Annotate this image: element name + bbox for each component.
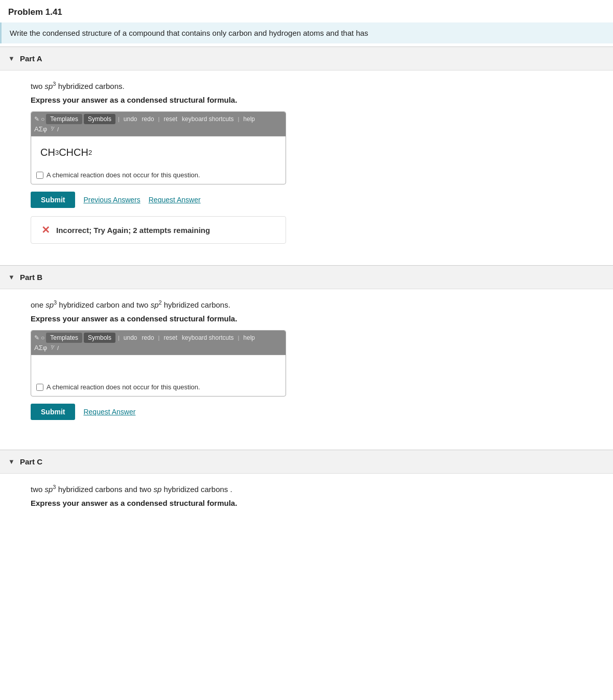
greek-symbols-a: ΑΣφ xyxy=(34,125,47,133)
part-a-instruction: Express your answer as a condensed struc… xyxy=(31,96,582,104)
part-c-desc-post: hybridized carbons . xyxy=(161,485,232,494)
pencil-icon-b: ✎ xyxy=(34,334,39,341)
part-a-arrow: ▼ xyxy=(8,55,15,62)
part-a-previous-answers-btn[interactable]: Previous Answers xyxy=(83,196,140,204)
part-b-no-reaction: A chemical reaction does not occur for t… xyxy=(31,380,286,396)
part-c-section: ▼ Part C two sp3 hybridized carbons and … xyxy=(0,450,613,530)
symbols-btn-a[interactable]: Symbols xyxy=(84,114,115,124)
part-a-no-reaction-label: A chemical reaction does not occur for t… xyxy=(46,171,200,179)
part-a-desc-pre: two xyxy=(31,82,45,90)
sep2-a: | xyxy=(157,116,161,122)
help-btn-a[interactable]: help xyxy=(242,114,256,124)
part-c-sp2: sp xyxy=(153,485,161,494)
reset-btn-a[interactable]: reset xyxy=(162,114,179,124)
part-c-label: Part C xyxy=(20,457,42,466)
sep3-b: | xyxy=(237,335,241,341)
part-c-description: two sp3 hybridized carbons and two sp hy… xyxy=(31,484,582,494)
part-b-sp: sp xyxy=(45,300,54,309)
part-b-no-reaction-label: A chemical reaction does not occur for t… xyxy=(46,383,200,391)
templates-btn-b[interactable]: Templates xyxy=(46,333,82,343)
part-c-instruction: Express your answer as a condensed struc… xyxy=(31,499,582,507)
part-b-desc-pre: one xyxy=(31,300,45,309)
slash-b: / xyxy=(57,345,59,351)
part-c-sp: sp xyxy=(45,485,53,494)
x-icon-a: ✕ xyxy=(41,224,50,236)
page-wrapper: Problem 1.41 Write the condensed structu… xyxy=(0,0,613,530)
part-b-text-input[interactable] xyxy=(35,358,281,377)
redo-btn-b[interactable]: redo xyxy=(140,333,156,342)
part-c-arrow: ▼ xyxy=(8,458,15,465)
part-b-desc-post: hybridized carbons. xyxy=(162,300,230,309)
part-b-header[interactable]: ▼ Part B xyxy=(0,266,613,289)
sep1-b: | xyxy=(117,335,121,341)
part-b-input-area[interactable] xyxy=(31,355,286,380)
part-a-body: two sp3 hybridized carbons. Express your… xyxy=(0,70,613,259)
sep2-b: | xyxy=(157,335,161,341)
part-b-description: one sp3 hybridized carbon and two sp2 hy… xyxy=(31,299,582,309)
part-a-action-row: Submit Previous Answers Request Answer xyxy=(31,192,582,208)
part-b-no-reaction-checkbox[interactable] xyxy=(36,384,43,391)
part-b-section: ▼ Part B one sp3 hybridized carbon and t… xyxy=(0,265,613,444)
symbols-label-a: Symbols xyxy=(88,115,111,123)
undo-btn-b[interactable]: undo xyxy=(122,333,139,342)
part-a-no-reaction: A chemical reaction does not occur for t… xyxy=(31,168,286,184)
part-a-no-reaction-checkbox[interactable] xyxy=(36,172,43,179)
part-b-submit-btn[interactable]: Submit xyxy=(31,404,75,420)
part-b-action-row: Submit Request Answer xyxy=(31,404,582,420)
greek-symbols-b: ΑΣφ xyxy=(34,344,47,352)
part-a-toolbar: ✎ ○ Templates Symbols | undo redo | rese… xyxy=(31,112,286,136)
part-b-arrow: ▼ xyxy=(8,273,15,281)
part-c-header[interactable]: ▼ Part C xyxy=(0,450,613,473)
part-a-toolbar-row2: ΑΣφ ⁷⁄ / xyxy=(34,125,282,133)
part-a-request-answer-btn[interactable]: Request Answer xyxy=(149,196,201,204)
part-b-body: one sp3 hybridized carbon and two sp2 hy… xyxy=(0,289,613,444)
part-a-desc-post: hybridized carbons. xyxy=(56,82,124,90)
part-a-formula-display: CH3 CHCH2 xyxy=(35,139,281,165)
part-a-toolbar-row1: ✎ ○ Templates Symbols | undo redo | rese… xyxy=(34,114,282,124)
fraction-a: ⁷⁄ xyxy=(51,126,54,132)
part-b-instruction: Express your answer as a condensed struc… xyxy=(31,314,582,323)
part-b-label: Part B xyxy=(20,273,42,282)
part-b-request-answer-btn[interactable]: Request Answer xyxy=(83,408,135,416)
keyboard-btn-a[interactable]: keyboard shortcuts xyxy=(180,114,235,124)
part-a-header[interactable]: ▼ Part A xyxy=(0,47,613,70)
pencil-icon-a: ✎ xyxy=(34,115,39,123)
part-a-label: Part A xyxy=(20,54,42,63)
symbols-btn-b[interactable]: Symbols xyxy=(84,333,115,343)
part-a-section: ▼ Part A two sp3 hybridized carbons. Exp… xyxy=(0,46,613,259)
slash-a: / xyxy=(57,126,59,132)
part-a-description: two sp3 hybridized carbons. xyxy=(31,81,582,90)
fraction-b: ⁷⁄ xyxy=(51,344,54,351)
undo-btn-a[interactable]: undo xyxy=(122,114,139,124)
part-c-body: two sp3 hybridized carbons and two sp hy… xyxy=(0,473,613,530)
part-a-feedback-text: Incorrect; Try Again; 2 attempts remaini… xyxy=(56,226,210,235)
part-b-toolbar: ✎ ○ Templates Symbols | undo redo | rese… xyxy=(31,331,286,355)
part-b-toolbar-row1: ✎ ○ Templates Symbols | undo redo | rese… xyxy=(34,333,282,343)
part-a-sp: sp xyxy=(45,82,53,90)
problem-title: Problem 1.41 xyxy=(0,0,613,22)
part-b-answer-box: ✎ ○ Templates Symbols | undo redo | rese… xyxy=(31,330,286,396)
sep1-a: | xyxy=(117,116,121,122)
sep3-a: | xyxy=(237,116,241,122)
part-c-desc-pre: two xyxy=(31,485,45,494)
part-a-feedback: ✕ Incorrect; Try Again; 2 attempts remai… xyxy=(31,216,286,244)
symbols-label-b: Symbols xyxy=(88,334,111,341)
problem-description: Write the condensed structure of a compo… xyxy=(0,22,613,43)
part-b-sp2: sp xyxy=(151,300,159,309)
templates-btn-a[interactable]: Templates xyxy=(46,114,82,124)
templates-label-a: Templates xyxy=(50,115,78,123)
circle-icon-a: ○ xyxy=(41,115,44,123)
part-a-submit-btn[interactable]: Submit xyxy=(31,192,75,208)
circle-icon-b: ○ xyxy=(41,334,44,341)
templates-label-b: Templates xyxy=(50,334,78,341)
help-btn-b[interactable]: help xyxy=(242,333,256,342)
redo-btn-a[interactable]: redo xyxy=(140,114,156,124)
part-a-input-area[interactable]: CH3 CHCH2 xyxy=(31,136,286,168)
reset-btn-b[interactable]: reset xyxy=(162,333,179,342)
part-b-toolbar-row2: ΑΣφ ⁷⁄ / xyxy=(34,344,282,352)
part-a-answer-box: ✎ ○ Templates Symbols | undo redo | rese… xyxy=(31,111,286,184)
keyboard-btn-b[interactable]: keyboard shortcuts xyxy=(180,333,235,342)
part-b-desc-mid: hybridized carbon and two xyxy=(57,300,150,309)
part-c-desc-mid: hybridized carbons and two xyxy=(56,485,153,494)
